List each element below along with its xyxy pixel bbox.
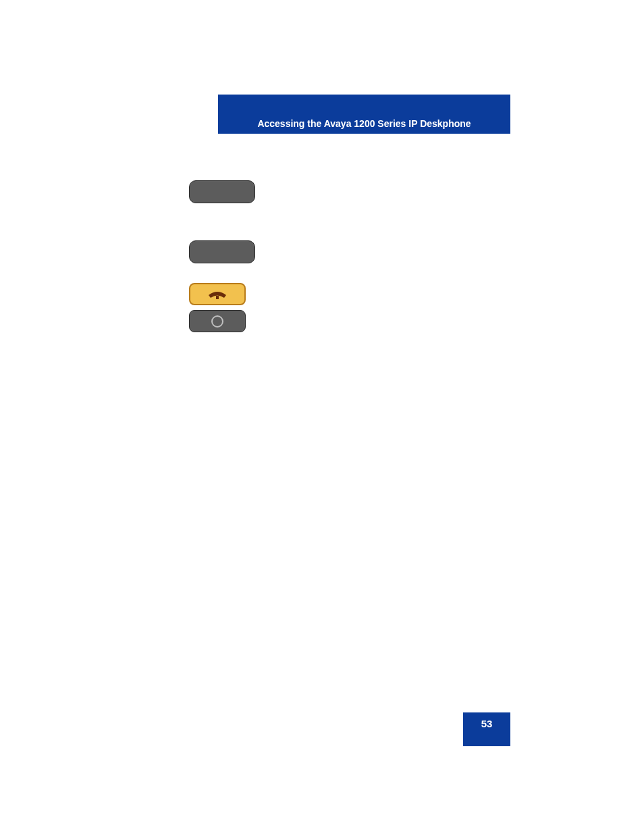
page-number-box: 53 — [463, 712, 510, 746]
feature-key — [189, 310, 246, 332]
circle-icon — [211, 315, 223, 328]
svg-rect-0 — [216, 296, 219, 299]
page-number: 53 — [481, 718, 493, 729]
goodbye-key — [189, 283, 246, 305]
hangup-icon — [206, 288, 229, 301]
page-header-title: Accessing the Avaya 1200 Series IP Deskp… — [218, 118, 510, 129]
softkey-button-1 — [189, 180, 255, 203]
softkey-button-2 — [189, 240, 255, 263]
